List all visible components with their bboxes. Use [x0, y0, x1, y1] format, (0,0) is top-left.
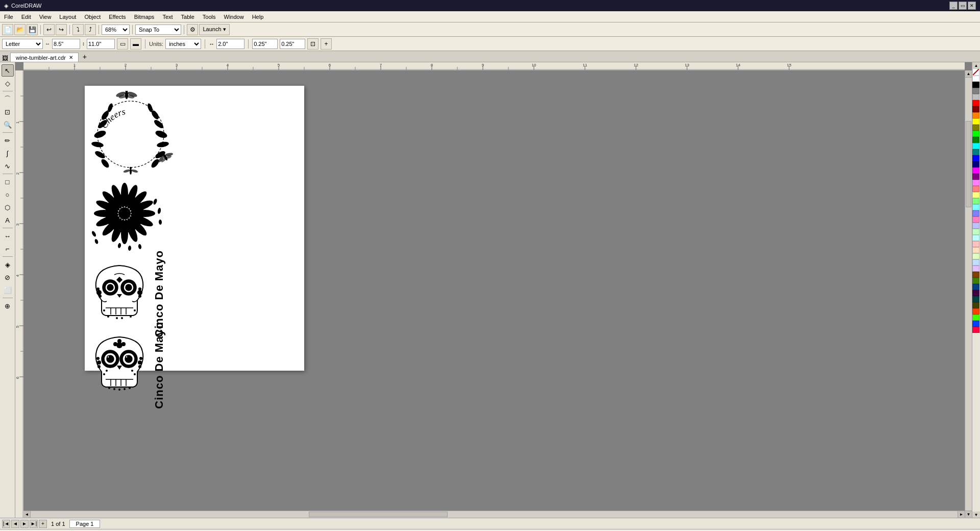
menu-tools[interactable]: Tools: [199, 11, 220, 22]
color-swatch-lime[interactable]: [972, 131, 979, 137]
color-swatch-red[interactable]: [972, 100, 979, 106]
horizontal-scrollbar[interactable]: ◄ ►: [23, 511, 965, 518]
color-swatch-peach[interactable]: [972, 247, 979, 253]
landscape-button[interactable]: ▬: [130, 38, 141, 50]
color-swatch-green-light[interactable]: [972, 198, 979, 204]
menu-text[interactable]: Text: [158, 11, 177, 22]
page-next-button[interactable]: ►: [20, 520, 29, 528]
color-swatch-ice[interactable]: [972, 235, 979, 241]
color-swatch-dark-olive[interactable]: [972, 302, 979, 308]
bezier-tool[interactable]: ∫: [2, 147, 14, 159]
tab-close-button[interactable]: ✕: [69, 55, 73, 60]
color-swatch-brown[interactable]: [972, 272, 979, 278]
color-swatch-dark-teal[interactable]: [972, 296, 979, 302]
redo-button[interactable]: ↪: [56, 24, 67, 35]
color-swatch-thistle[interactable]: [972, 266, 979, 272]
page-last-button[interactable]: ►|: [30, 520, 38, 528]
color-swatch-teal[interactable]: [972, 149, 979, 155]
artistic-media-tool[interactable]: ∿: [2, 160, 14, 172]
page-size-combo[interactable]: Letter A4: [2, 39, 43, 49]
color-swatch-mint[interactable]: [972, 229, 979, 235]
canvas-area[interactable]: 1 2 3 4 5 6: [15, 62, 972, 518]
scroll-h-track[interactable]: [31, 511, 958, 518]
color-swatch-honeydew[interactable]: [972, 253, 979, 259]
scroll-up-button[interactable]: ▲: [965, 70, 972, 78]
color-swatch-maroon[interactable]: [972, 106, 979, 112]
portrait-button[interactable]: ▭: [117, 38, 128, 50]
page-width-input[interactable]: [52, 39, 80, 49]
undo-button[interactable]: ↩: [43, 24, 55, 35]
polygon-tool[interactable]: ⬡: [2, 201, 14, 213]
vertical-scrollbar[interactable]: ▲ ▼: [965, 70, 972, 518]
color-swatch-blush[interactable]: [972, 241, 979, 247]
close-button[interactable]: ✕: [968, 2, 976, 10]
smart-fill-tool[interactable]: ⊕: [2, 300, 14, 312]
page-height-input[interactable]: [87, 39, 115, 49]
color-swatch-blue-light[interactable]: [972, 210, 979, 216]
zoom-combo[interactable]: 68% 50% 100%: [102, 25, 130, 35]
options-button[interactable]: ⚙: [187, 24, 198, 35]
menu-edit[interactable]: Edit: [17, 11, 35, 22]
text-tool[interactable]: A: [2, 214, 14, 226]
ellipse-tool[interactable]: ○: [2, 188, 14, 201]
color-swatch-gray[interactable]: [972, 88, 979, 94]
color-swatch-steel-blue[interactable]: [972, 284, 979, 290]
crop-tool[interactable]: ⊡: [2, 106, 14, 118]
color-swatch-vermillion[interactable]: [972, 308, 979, 315]
color-swatch-olive-drab[interactable]: [972, 278, 979, 284]
scroll-down-button[interactable]: ▼: [965, 511, 972, 518]
zoom-tool[interactable]: 🔍: [2, 118, 14, 131]
color-swatch-chartreuse[interactable]: [972, 315, 979, 321]
units-combo[interactable]: inches mm: [165, 39, 201, 49]
restore-button[interactable]: ▭: [959, 2, 967, 10]
launch-button[interactable]: Launch ▾: [199, 24, 230, 35]
menu-file[interactable]: File: [0, 11, 17, 22]
freehand-tool[interactable]: ✏: [2, 134, 14, 147]
color-swatch-rose[interactable]: [972, 216, 979, 223]
fit-page-button[interactable]: ⊡: [307, 38, 318, 50]
palette-scroll-down[interactable]: ▼: [972, 512, 980, 518]
page-add-button[interactable]: +: [39, 520, 47, 528]
menu-effects[interactable]: Effects: [105, 11, 130, 22]
connector-tool[interactable]: ⌐: [2, 243, 14, 255]
new-button[interactable]: 📄: [2, 24, 13, 35]
color-swatch-magenta[interactable]: [972, 167, 979, 174]
tab-add-button[interactable]: +: [81, 53, 89, 61]
eraser-tool[interactable]: ⬜: [2, 284, 14, 296]
color-swatch-black[interactable]: [972, 82, 979, 88]
eyedropper-tool[interactable]: ⊘: [2, 271, 14, 283]
color-swatch-salmon[interactable]: [972, 186, 979, 192]
color-swatch-green[interactable]: [972, 137, 979, 143]
dimension-tool[interactable]: ↔: [2, 230, 14, 242]
color-swatch-navy[interactable]: [972, 161, 979, 167]
menu-view[interactable]: View: [35, 11, 56, 22]
color-swatch-purple[interactable]: [972, 174, 979, 180]
minimize-button[interactable]: _: [949, 2, 958, 10]
color-swatch-cyan[interactable]: [972, 143, 979, 149]
selector-tool[interactable]: ↖: [2, 64, 14, 77]
color-swatch-crimson[interactable]: [972, 327, 979, 333]
scroll-left-button[interactable]: ◄: [23, 511, 31, 518]
palette-scroll-up[interactable]: ▲: [972, 62, 980, 68]
color-swatch-olive[interactable]: [972, 125, 979, 131]
menu-table[interactable]: Table: [177, 11, 199, 22]
menu-object[interactable]: Object: [80, 11, 105, 22]
color-swatch-orange[interactable]: [972, 112, 979, 118]
shape-tool[interactable]: ◇: [2, 77, 14, 89]
y2-input[interactable]: [280, 39, 305, 49]
menu-window[interactable]: Window: [220, 11, 248, 22]
color-swatch-yellow-light[interactable]: [972, 192, 979, 198]
color-swatch-none[interactable]: [972, 68, 979, 76]
y1-input[interactable]: [252, 39, 278, 49]
color-swatch-cyan-light[interactable]: [972, 204, 979, 210]
color-swatch-sky[interactable]: [972, 259, 979, 266]
page-prev-button[interactable]: ◄: [11, 520, 19, 528]
tab-wine-tumbler[interactable]: wine-tumbler-art.cdr ✕: [10, 53, 79, 62]
menu-bitmaps[interactable]: Bitmaps: [130, 11, 159, 22]
menu-layout[interactable]: Layout: [55, 11, 80, 22]
color-swatch-blue[interactable]: [972, 155, 979, 161]
x-input[interactable]: [216, 39, 244, 49]
open-button[interactable]: 📂: [14, 24, 26, 35]
interactive-fill-tool[interactable]: ◈: [2, 258, 14, 271]
page-1-tab[interactable]: Page 1: [69, 520, 101, 528]
